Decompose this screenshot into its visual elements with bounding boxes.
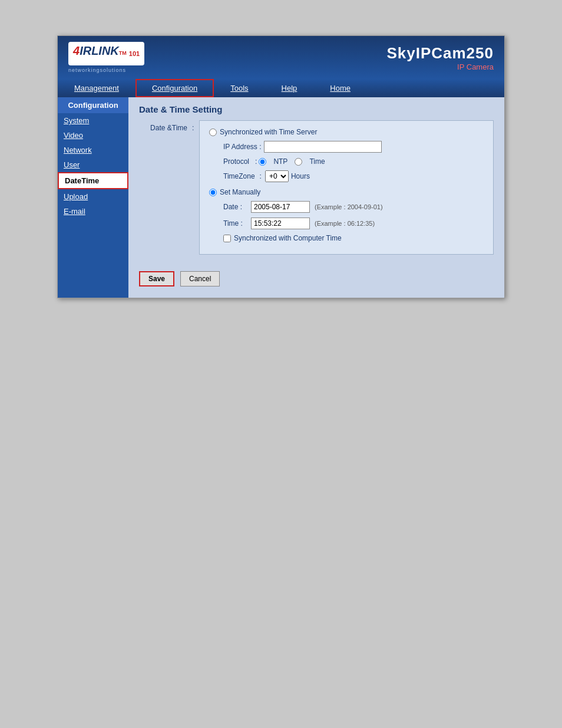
button-row: Save Cancel	[139, 271, 494, 286]
ip-address-input[interactable]	[264, 141, 382, 153]
sidebar: Configuration System Video Network User …	[58, 97, 128, 298]
nav-tools[interactable]: Tools	[214, 79, 265, 97]
protocol-label: Protocol	[223, 157, 249, 166]
nav-home[interactable]: Home	[313, 79, 367, 97]
sidebar-item-email[interactable]: E-mail	[58, 204, 128, 219]
browser-window: 4IRLINKTM 101 networkingsolutions SkyIPC…	[57, 35, 505, 298]
header-bar: 4IRLINKTM 101 networkingsolutions SkyIPC…	[58, 36, 504, 79]
sidebar-item-datetime[interactable]: DateTime	[58, 172, 128, 189]
sidebar-item-user[interactable]: User	[58, 157, 128, 172]
colon-separator: :	[192, 120, 199, 263]
time-radio[interactable]	[295, 158, 302, 166]
timezone-select[interactable]: +0 +1 +2 +3 -1 -2 -3	[265, 170, 289, 182]
ntp-radio[interactable]	[259, 158, 266, 166]
logo-area: 4IRLINKTM 101 networkingsolutions	[68, 42, 144, 73]
time-row: Time : (Example : 06:12:35)	[209, 218, 484, 229]
panel-title: Date & Time Setting	[139, 104, 494, 114]
time-label[interactable]: Time	[309, 157, 325, 166]
protocol-row: Protocol : NTP Time	[209, 157, 484, 166]
logo-tagline: networkingsolutions	[68, 67, 126, 73]
logo-box: 4IRLINKTM 101	[68, 42, 144, 65]
nav-help[interactable]: Help	[265, 79, 314, 97]
nav-configuration[interactable]: Configuration	[135, 79, 214, 97]
time-label: Time :	[223, 219, 248, 228]
nav-management[interactable]: Management	[58, 79, 135, 97]
sidebar-item-network[interactable]: Network	[58, 143, 128, 157]
timezone-colon: :	[260, 172, 262, 180]
logo-number: 101	[129, 50, 140, 57]
set-manually-radio[interactable]	[209, 189, 217, 196]
ntp-label[interactable]: NTP	[273, 157, 287, 166]
sidebar-item-upload[interactable]: Upload	[58, 189, 128, 204]
sidebar-item-system[interactable]: System	[58, 113, 128, 128]
set-manually-label[interactable]: Set Manually	[220, 188, 260, 196]
ip-address-label: IP Address :	[223, 143, 261, 151]
main-panel: Date & Time Setting Date &Time : Synchro…	[128, 97, 504, 298]
time-input[interactable]	[251, 218, 310, 229]
sync-computer-text: Synchronized with Computer Time	[234, 234, 342, 242]
sidebar-item-video[interactable]: Video	[58, 128, 128, 143]
timezone-row: TimeZone : +0 +1 +2 +3 -1 -2 -3 Hours	[209, 170, 484, 182]
sync-server-label[interactable]: Synchronized with Time Server	[220, 128, 317, 136]
product-title: SkyIPCam250	[386, 44, 494, 62]
date-example: (Example : 2004-09-01)	[315, 203, 383, 210]
settings-box: Synchronized with Time Server IP Address…	[199, 120, 494, 255]
sync-computer-row: Synchronized with Computer Time	[209, 234, 484, 242]
time-example: (Example : 06:12:35)	[315, 220, 375, 227]
product-name-area: SkyIPCam250 IP Camera	[386, 44, 494, 71]
nav-bar: Management Configuration Tools Help Home	[58, 79, 504, 97]
sync-computer-label[interactable]: Synchronized with Computer Time	[223, 234, 342, 242]
sync-server-radio[interactable]	[209, 129, 217, 136]
date-input[interactable]	[251, 201, 310, 213]
logo-icon: 4IRLINKTM	[73, 44, 127, 63]
protocol-colon: :	[255, 157, 257, 166]
protocol-options: NTP Time	[259, 157, 325, 166]
ip-address-row: IP Address :	[209, 141, 484, 153]
hours-label: Hours	[291, 172, 310, 180]
date-row: Date : (Example : 2004-09-01)	[209, 201, 484, 213]
sync-computer-checkbox[interactable]	[223, 235, 231, 242]
date-label: Date :	[223, 203, 248, 211]
product-subtitle: IP Camera	[386, 62, 494, 71]
sync-server-row: Synchronized with Time Server	[209, 128, 484, 136]
content-area: Configuration System Video Network User …	[58, 97, 504, 298]
sidebar-header: Configuration	[58, 97, 128, 113]
date-time-label: Date &Time	[139, 120, 192, 263]
cancel-button[interactable]: Cancel	[180, 271, 220, 286]
save-button[interactable]: Save	[139, 271, 174, 286]
set-manually-row: Set Manually	[209, 188, 484, 196]
timezone-label: TimeZone	[223, 172, 255, 180]
